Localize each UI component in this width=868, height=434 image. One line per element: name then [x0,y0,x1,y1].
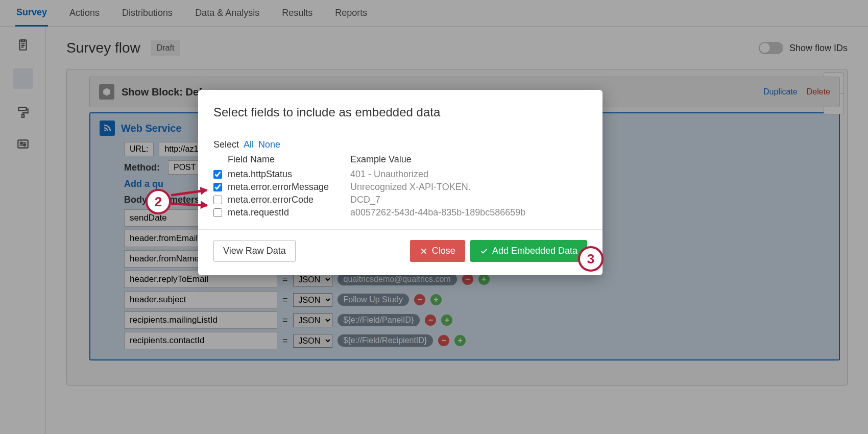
field-checkbox[interactable] [213,196,222,204]
close-button[interactable]: Close [410,240,465,262]
field-name: meta.error.errorCode [228,195,350,205]
field-name: meta.requestId [228,207,350,218]
field-name: meta.httpStatus [228,169,350,180]
annotation-3: 3 [578,246,604,272]
add-embedded-data-button[interactable]: Add Embedded Data [470,240,587,262]
field-checkbox[interactable] [213,183,222,191]
embedded-data-modal: Select fields to include as embedded dat… [198,90,602,275]
field-value: DCD_7 [350,195,587,205]
field-value: Unrecognized X-API-TOKEN. [350,182,587,192]
col-field-name: Field Name [228,154,350,167]
annotation-2: 2 [146,189,171,214]
select-label: Select [213,139,239,150]
field-checkbox[interactable] [213,170,222,179]
field-value: 401 - Unauthorized [350,169,587,180]
close-icon [420,247,428,255]
select-all-link[interactable]: All [244,139,254,150]
col-example-value: Example Value [350,154,587,167]
field-name: meta.error.errorMessage [228,182,350,192]
field-checkbox[interactable] [213,208,222,217]
modal-title: Select fields to include as embedded dat… [198,90,602,131]
select-none-link[interactable]: None [258,139,280,150]
check-icon [480,247,488,255]
field-value: a0057262-543d-44ba-835b-189bc586659b [350,207,587,218]
view-raw-data-button[interactable]: View Raw Data [213,240,296,262]
